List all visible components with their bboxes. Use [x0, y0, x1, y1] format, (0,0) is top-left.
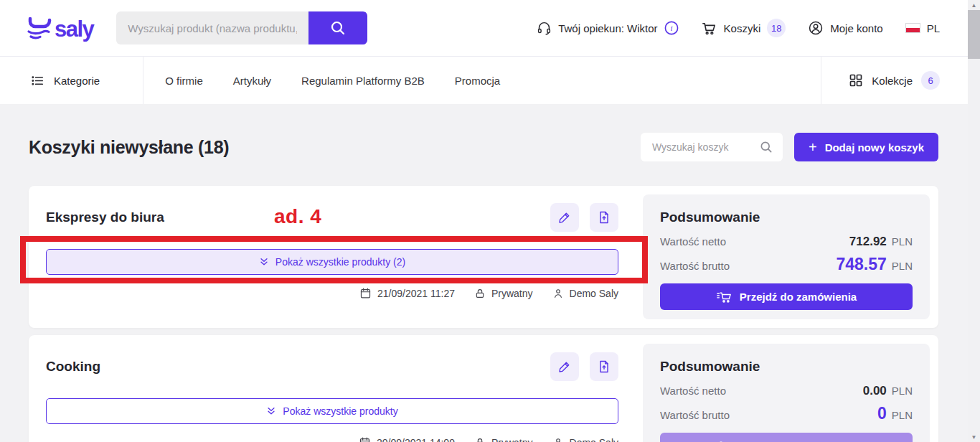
cart-date-value: 20/09/2021 14:09	[377, 437, 455, 442]
main-nav: Kategorie O firmie Artykuły Regulamin Pl…	[0, 57, 980, 104]
show-products-button[interactable]: Pokaż wszystkie produkty	[46, 398, 618, 424]
collections-item[interactable]: Kolekcje 6	[821, 71, 940, 90]
cart-actions	[550, 203, 618, 232]
cart-owner-value: Demo Saly	[570, 437, 618, 442]
gross-label: Wartość brutto	[660, 260, 730, 272]
edit-cart-button[interactable]	[550, 352, 579, 381]
account-icon	[808, 20, 824, 36]
net-row: Wartość netto 0.00 PLN	[660, 384, 913, 398]
brand-logo[interactable]: saly	[24, 16, 93, 40]
cart-swoosh-icon	[24, 16, 54, 40]
lock-icon	[474, 437, 486, 442]
go-to-order-label: Przejdź do zamówienia	[740, 291, 857, 303]
net-currency: PLN	[892, 235, 913, 248]
gross-currency: PLN	[892, 260, 913, 272]
go-to-order-button[interactable]: Przejdź do zamówienia	[660, 433, 913, 442]
gross-row: Wartość brutto 748.57 PLN	[660, 255, 913, 274]
edit-cart-button[interactable]	[550, 203, 579, 232]
carts-count-badge: 18	[767, 19, 786, 37]
annotation-label: ad. 4	[274, 205, 321, 228]
pencil-icon	[557, 210, 572, 225]
cart-visibility-value: Prywatny	[491, 437, 533, 442]
scroll-up-arrow-icon[interactable]: ▲	[971, 0, 977, 10]
calendar-icon	[359, 436, 371, 442]
summary-title: Podsumowanie	[660, 359, 913, 375]
caretaker-label: Twój opiekun: Wiktor	[558, 22, 657, 34]
cart-card-header: Ekspresy do biura	[46, 203, 618, 232]
collections-section: Kolekcje 6	[821, 57, 940, 104]
show-products-label: Pokaż wszystkie produkty	[283, 405, 397, 417]
summary-panel: Podsumowanie Wartość netto 712.92 PLN Wa…	[643, 194, 930, 319]
search-button[interactable]	[308, 11, 367, 44]
export-cart-button[interactable]	[590, 203, 618, 232]
cart-owner-value: Demo Saly	[570, 288, 618, 299]
scroll-down-arrow-icon[interactable]: ▼	[971, 432, 977, 442]
nav-divider	[143, 57, 143, 104]
go-to-order-button[interactable]: Przejdź do zamówienia	[660, 283, 913, 310]
net-row: Wartość netto 712.92 PLN	[660, 235, 913, 249]
nav-link-regulamin[interactable]: Regulamin Platformy B2B	[301, 75, 425, 87]
double-chevron-down-icon	[266, 406, 276, 416]
poland-flag-icon	[905, 23, 920, 33]
show-products-button[interactable]: Pokaż wszystkie produkty (2)	[46, 249, 618, 275]
gross-label: Wartość brutto	[660, 409, 730, 421]
headset-icon	[537, 21, 552, 36]
cart-actions	[550, 352, 618, 381]
grid-icon	[849, 73, 863, 88]
cart-name: Ekspresy do biura	[46, 203, 164, 225]
summary-title: Podsumowanie	[660, 210, 913, 225]
vertical-scrollbar[interactable]: ▲ ▼	[968, 0, 980, 442]
document-export-icon	[597, 359, 611, 374]
net-label: Wartość netto	[660, 235, 726, 248]
cart-meta: 21/09/2021 11:27 Prywatny	[46, 287, 618, 299]
categories-menu[interactable]: Kategorie	[31, 74, 143, 88]
export-cart-button[interactable]	[590, 352, 618, 381]
cart-owner: Demo Saly	[552, 287, 618, 299]
document-export-icon	[597, 210, 611, 225]
cart-visibility-value: Prywatny	[491, 288, 533, 299]
gross-value: 748.57	[836, 255, 886, 274]
collections-label: Kolekcje	[872, 75, 913, 87]
product-search-input[interactable]	[116, 11, 308, 44]
lock-icon	[474, 288, 486, 299]
gross-row: Wartość brutto 0 PLN	[660, 404, 913, 423]
cart-card-header: Cooking	[46, 352, 618, 381]
pencil-icon	[557, 359, 572, 374]
calendar-icon	[359, 287, 372, 299]
show-products-label: Pokaż wszystkie produkty (2)	[275, 256, 405, 268]
nav-link-o-firmie[interactable]: O firmie	[165, 75, 203, 87]
scrollbar-thumb[interactable]	[968, 10, 980, 59]
top-header: saly Twój opiekun: Wiktor	[0, 0, 980, 57]
categories-label: Kategorie	[54, 75, 100, 87]
summary-panel: Podsumowanie Wartość netto 0.00 PLN Wart…	[643, 344, 930, 442]
brand-name: saly	[55, 18, 93, 40]
net-value: 712.92	[849, 235, 887, 249]
nav-links: O firmie Artykuły Regulamin Platformy B2…	[165, 75, 500, 87]
language-item[interactable]: PL	[905, 22, 940, 34]
page-title: Koszyki niewysłane (18)	[29, 137, 229, 158]
cart-name: Cooking	[46, 352, 100, 375]
cart-card-body: Ekspresy do biura	[29, 186, 634, 328]
account-item[interactable]: Moje konto	[808, 20, 882, 36]
search-icon	[329, 19, 347, 37]
svg-text:i: i	[670, 24, 672, 32]
header-carts-item[interactable]: Koszyki 18	[701, 19, 786, 37]
net-currency: PLN	[892, 385, 913, 397]
cart-search-input[interactable]	[652, 141, 759, 153]
plus-icon: +	[809, 140, 817, 154]
cart-owner: Demo Saly	[552, 436, 618, 442]
cart-search-icon[interactable]	[759, 140, 773, 154]
account-label: Moje konto	[830, 22, 882, 34]
order-cart-icon	[716, 439, 732, 442]
info-icon[interactable]: i	[664, 21, 679, 35]
cart-date: 21/09/2021 11:27	[359, 287, 455, 299]
add-cart-button[interactable]: + Dodaj nowy koszyk	[794, 133, 938, 161]
cart-date: 20/09/2021 14:09	[359, 436, 455, 442]
caretaker-item[interactable]: Twój opiekun: Wiktor i	[537, 21, 678, 36]
cart-search	[641, 133, 783, 161]
nav-link-promocja[interactable]: Promocja	[455, 75, 500, 87]
product-search	[116, 11, 367, 44]
nav-link-artykuly[interactable]: Artykuły	[233, 75, 271, 87]
add-cart-label: Dodaj nowy koszyk	[825, 141, 924, 154]
order-cart-icon	[716, 290, 732, 304]
